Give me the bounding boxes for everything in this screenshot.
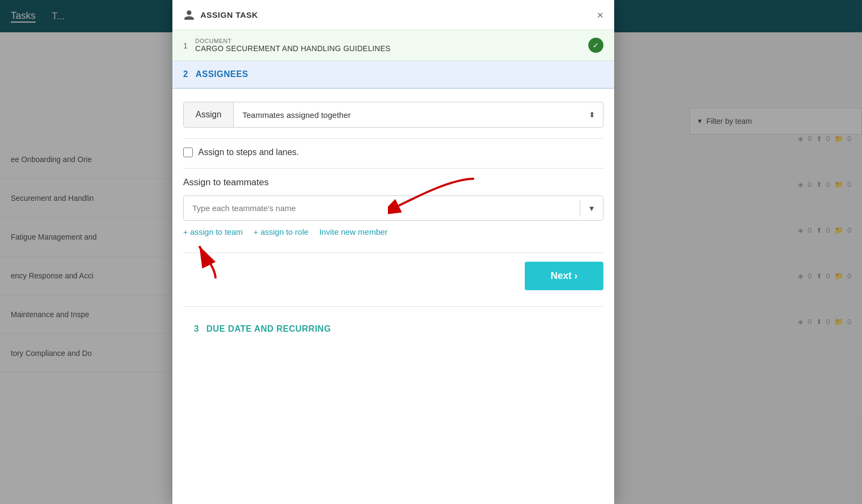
next-row: Next › <box>183 262 603 290</box>
step-1-number: 1 <box>183 41 187 50</box>
modal-header: ASSIGN TASK × <box>172 0 614 30</box>
person-icon <box>183 9 195 21</box>
divider-2 <box>183 168 603 169</box>
checkbox-label[interactable]: Assign to steps and lanes. <box>198 148 299 157</box>
action-links-container: + assign to team + assign to role Invite… <box>183 227 603 236</box>
step-1-document: 1 DOCUMENT CARGO SECUREMENT AND HANDLING… <box>172 30 614 61</box>
modal-title: ASSIGN TASK <box>183 9 258 21</box>
step-3-title: DUE DATE AND RECURRING <box>206 324 331 334</box>
divider-4 <box>183 306 603 307</box>
assign-to-team-link[interactable]: + assign to team <box>183 227 242 236</box>
teammate-search-input[interactable] <box>184 196 580 220</box>
teammate-input-row: ▼ <box>183 195 603 221</box>
step-2-assignees: 2 ASSIGNEES <box>172 61 614 89</box>
step-3-number: 3 <box>194 324 199 334</box>
step-3-due-date: 3 DUE DATE AND RECURRING <box>183 316 603 342</box>
select-arrow-icon: ⬍ <box>581 110 603 119</box>
divider-3 <box>183 253 603 253</box>
step-1-label: DOCUMENT <box>195 38 581 44</box>
assign-button[interactable]: Assign <box>184 102 234 127</box>
assign-teammates-title: Assign to teammates <box>183 177 603 188</box>
assign-to-role-link[interactable]: + assign to role <box>253 227 308 236</box>
invite-new-member-link[interactable]: Invite new member <box>319 227 388 236</box>
next-button[interactable]: Next › <box>525 262 603 290</box>
step-1-check-icon: ✓ <box>588 38 603 53</box>
close-button[interactable]: × <box>597 10 603 20</box>
step-1-title: CARGO SECUREMENT AND HANDLING GUIDELINES <box>195 44 581 53</box>
modal-body: Assign Teammates assigned together Indiv… <box>172 89 614 504</box>
step-2-title: ASSIGNEES <box>196 69 248 79</box>
step-2-number: 2 <box>183 69 188 79</box>
divider-1 <box>183 138 603 139</box>
assign-select[interactable]: Teammates assigned together Individually <box>234 103 581 127</box>
assign-steps-checkbox[interactable] <box>183 148 193 157</box>
assign-task-modal: ASSIGN TASK × 1 DOCUMENT CARGO SECUREMEN… <box>172 0 614 504</box>
teammate-dropdown-button[interactable]: ▼ <box>580 204 603 213</box>
checkbox-row: Assign to steps and lanes. <box>183 148 603 157</box>
action-links-row: + assign to team + assign to role Invite… <box>183 227 603 236</box>
assign-row: Assign Teammates assigned together Indiv… <box>183 102 603 128</box>
